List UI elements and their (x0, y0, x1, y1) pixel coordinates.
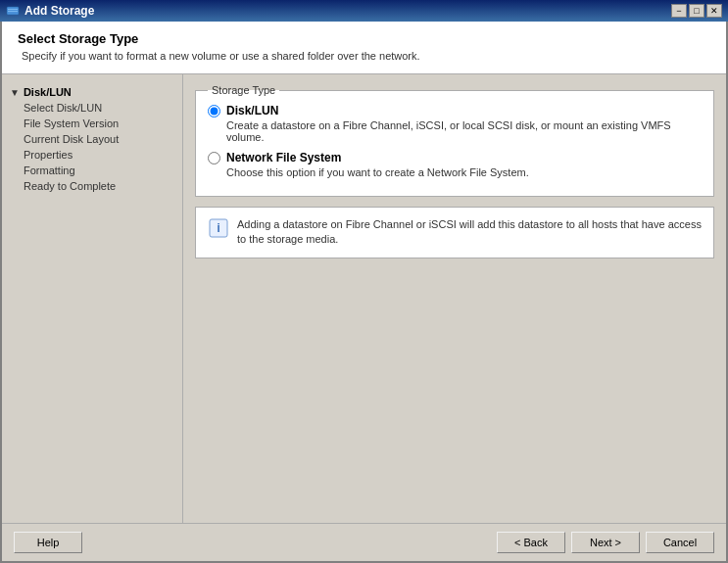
sidebar-arrow-icon: ▼ (10, 87, 20, 98)
content-area: Storage Type Disk/LUN Create a datastore… (183, 74, 726, 523)
sidebar-item-formatting[interactable]: Formatting (2, 163, 182, 178)
dialog-footer: Help < Back Next > Cancel (2, 523, 726, 561)
info-icon: i (208, 217, 229, 239)
sidebar: ▼ Disk/LUN Select Disk/LUN File System V… (2, 74, 183, 523)
storage-type-fieldset: Storage Type Disk/LUN Create a datastore… (195, 84, 714, 197)
info-box: i Adding a datastore on Fibre Channel or… (195, 207, 714, 258)
radio-nfs-title: Network File System (226, 151, 529, 164)
dialog: Select Storage Type Specify if you want … (0, 22, 728, 563)
sidebar-item-properties[interactable]: Properties (2, 147, 182, 163)
dialog-header: Select Storage Type Specify if you want … (2, 22, 726, 74)
back-button[interactable]: < Back (497, 532, 565, 553)
footer-left: Help (14, 532, 82, 553)
help-button[interactable]: Help (14, 532, 82, 553)
page-description: Specify if you want to format a new volu… (18, 50, 710, 62)
sidebar-section: ▼ Disk/LUN Select Disk/LUN File System V… (2, 84, 182, 194)
storage-icon (6, 4, 20, 18)
radio-disk-lun-title: Disk/LUN (226, 104, 702, 117)
title-bar: Add Storage − □ ✕ (0, 0, 728, 22)
fieldset-legend: Storage Type (208, 84, 279, 96)
sidebar-group-header: ▼ Disk/LUN (2, 84, 182, 100)
radio-nfs-desc: Choose this option if you want to create… (226, 166, 529, 178)
sidebar-item-ready-to-complete[interactable]: Ready to Complete (2, 178, 182, 194)
page-title: Select Storage Type (18, 31, 710, 46)
sidebar-item-select-disk[interactable]: Select Disk/LUN (2, 100, 182, 116)
title-bar-left: Add Storage (6, 4, 94, 18)
svg-rect-2 (8, 11, 18, 12)
next-button[interactable]: Next > (571, 532, 640, 553)
close-button[interactable]: ✕ (706, 4, 722, 18)
dialog-body: ▼ Disk/LUN Select Disk/LUN File System V… (2, 74, 726, 523)
sidebar-item-file-system-version[interactable]: File System Version (2, 116, 182, 131)
maximize-button[interactable]: □ (689, 4, 704, 18)
title-bar-buttons: − □ ✕ (671, 4, 722, 18)
radio-nfs[interactable] (208, 152, 220, 164)
window-title: Add Storage (24, 4, 94, 18)
radio-disk-lun-desc: Create a datastore on a Fibre Channel, i… (226, 119, 702, 143)
footer-right: < Back Next > Cancel (497, 532, 714, 553)
svg-text:i: i (217, 220, 220, 235)
info-message: Adding a datastore on Fibre Channel or i… (237, 217, 702, 248)
sidebar-group-label: Disk/LUN (24, 86, 72, 98)
radio-disk-lun[interactable] (208, 105, 220, 117)
cancel-button[interactable]: Cancel (646, 532, 714, 553)
radio-option-nfs[interactable]: Network File System Choose this option i… (208, 151, 702, 178)
sidebar-item-current-disk-layout[interactable]: Current Disk Layout (2, 131, 182, 147)
radio-option-disk-lun[interactable]: Disk/LUN Create a datastore on a Fibre C… (208, 104, 702, 143)
svg-rect-1 (8, 9, 18, 10)
minimize-button[interactable]: − (671, 4, 687, 18)
